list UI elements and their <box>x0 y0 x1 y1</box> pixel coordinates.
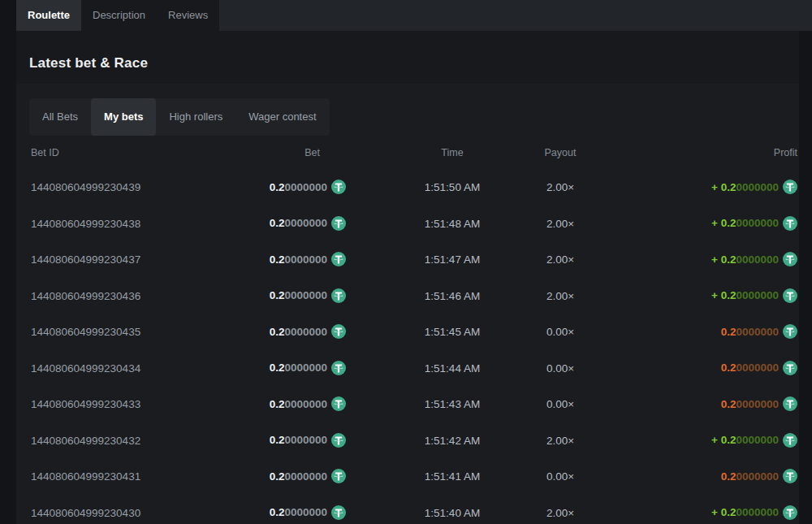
bet-amount-value: 0.20000000 <box>270 217 327 229</box>
bet-profit-zeros: 0000000 <box>736 289 779 301</box>
bet-amount-main: 0.2 <box>270 253 285 266</box>
filter-tab[interactable]: My bets <box>91 98 156 136</box>
filter-tab[interactable]: High rollers <box>156 98 235 136</box>
bet-row[interactable]: 144080604999230439 0.20000000 1:51:50 AM… <box>29 169 797 206</box>
bet-profit-value: + 0.20000000 <box>711 434 779 446</box>
header-profit: Profit <box>611 147 797 158</box>
tether-coin-icon <box>331 433 346 448</box>
bet-amount-zeros: 0000000 <box>284 398 327 410</box>
tether-coin-icon <box>783 361 797 375</box>
bet-id: 144080604999230436 <box>31 289 140 301</box>
bet-profit-zeros: 0000000 <box>736 217 779 229</box>
bet-id: 144080604999230431 <box>31 470 140 483</box>
bet-profit-main: 0.2 <box>721 253 736 266</box>
header-bet-label: Bet <box>304 147 320 158</box>
tether-coin-icon <box>783 396 797 411</box>
bet-payout: 0.00× <box>503 326 617 338</box>
bet-amount-main: 0.2 <box>270 398 285 410</box>
bet-row[interactable]: 144080604999230435 0.20000000 1:51:45 AM… <box>29 314 797 350</box>
bet-amount-main: 0.2 <box>270 470 285 483</box>
game-tab-label: Description <box>93 9 145 21</box>
bet-row[interactable]: 144080604999230437 0.20000000 1:51:47 AM… <box>29 241 797 278</box>
bets-table-header: Bet ID Bet Time Payout Profit <box>29 136 797 169</box>
section-title: Latest bet & Race <box>29 55 799 71</box>
bet-profit-zeros: 0000000 <box>736 506 779 518</box>
bet-row[interactable]: 144080604999230433 0.20000000 1:51:43 AM… <box>29 386 797 422</box>
bets-table-body: 144080604999230439 0.20000000 1:51:50 AM… <box>29 169 797 524</box>
bet-profit-value: 0.20000000 <box>721 326 779 338</box>
bet-profit: 0.20000000 <box>611 324 797 339</box>
tether-coin-icon <box>331 505 346 520</box>
bet-profit-main: 0.2 <box>721 506 736 518</box>
bet-time: 1:51:41 AM <box>395 470 509 483</box>
bet-payout: 2.00× <box>503 181 617 193</box>
bet-row[interactable]: 144080604999230438 0.20000000 1:51:48 AM… <box>29 206 797 242</box>
tether-coin-icon <box>331 469 346 483</box>
bet-amount-zeros: 0000000 <box>284 253 327 266</box>
bet-row[interactable]: 144080604999230430 0.20000000 1:51:40 AM… <box>29 495 797 524</box>
bet-profit-zeros: 0000000 <box>736 362 779 374</box>
bet-amount: 0.20000000 <box>216 469 346 483</box>
game-tab[interactable]: Roulette <box>16 0 81 31</box>
bet-profit: 0.20000000 <box>611 469 797 483</box>
bet-row[interactable]: 144080604999230431 0.20000000 1:51:41 AM… <box>29 458 797 495</box>
tether-coin-icon <box>783 288 797 303</box>
bet-payout: 0.00× <box>503 398 617 410</box>
bet-amount-zeros: 0000000 <box>284 434 327 446</box>
header-payout: Payout <box>503 147 617 158</box>
bet-amount-value: 0.20000000 <box>270 470 327 483</box>
bet-profit-sign: + <box>711 181 721 193</box>
bet-payout: 2.00× <box>503 253 617 266</box>
tether-coin-icon <box>331 252 346 266</box>
game-tab[interactable]: Reviews <box>157 0 219 31</box>
bet-profit-zeros: 0000000 <box>736 253 779 266</box>
tether-coin-icon <box>331 361 346 375</box>
bet-time: 1:51:48 AM <box>395 217 509 229</box>
bet-filter-tabs: All Bets My bets High rollers Wager cont… <box>29 98 330 136</box>
bet-profit-value: + 0.20000000 <box>711 289 779 301</box>
tether-coin-icon <box>331 180 346 194</box>
game-tab[interactable]: Description <box>81 0 157 31</box>
header-profit-label: Profit <box>774 147 797 158</box>
bet-amount-value: 0.20000000 <box>270 506 327 518</box>
bet-profit-main: 0.2 <box>721 326 736 338</box>
bet-amount: 0.20000000 <box>216 396 346 411</box>
bet-profit-zeros: 0000000 <box>736 326 779 338</box>
bet-profit-main: 0.2 <box>721 362 736 374</box>
tether-coin-icon <box>783 180 797 194</box>
tether-coin-icon <box>783 469 797 483</box>
bet-amount-value: 0.20000000 <box>270 181 327 193</box>
bet-amount-zeros: 0000000 <box>284 217 327 229</box>
bet-row[interactable]: 144080604999230436 0.20000000 1:51:46 AM… <box>29 278 797 314</box>
bet-payout: 2.00× <box>503 506 617 518</box>
filter-tab-label: My bets <box>104 110 143 123</box>
bet-amount-value: 0.20000000 <box>270 253 327 266</box>
bet-amount: 0.20000000 <box>216 433 346 448</box>
bet-profit-main: 0.2 <box>721 470 736 483</box>
bet-row[interactable]: 144080604999230434 0.20000000 1:51:44 AM… <box>29 350 797 387</box>
bets-table: Bet ID Bet Time Payout Profit 1440806049… <box>29 136 797 524</box>
bet-id: 144080604999230434 <box>31 362 140 374</box>
bet-profit-zeros: 0000000 <box>736 470 779 483</box>
bet-amount-zeros: 0000000 <box>284 362 327 374</box>
bet-amount-value: 0.20000000 <box>270 289 327 301</box>
filter-tab[interactable]: Wager contest <box>235 98 329 136</box>
bet-time: 1:51:40 AM <box>395 506 509 518</box>
bet-payout: 0.00× <box>503 470 617 483</box>
bet-amount: 0.20000000 <box>216 361 346 375</box>
bet-amount-zeros: 0000000 <box>284 326 327 338</box>
bet-profit-main: 0.2 <box>721 217 736 229</box>
bet-amount-main: 0.2 <box>270 217 285 229</box>
bet-profit-value: + 0.20000000 <box>711 217 779 229</box>
bet-row[interactable]: 144080604999230432 0.20000000 1:51:42 AM… <box>29 422 797 459</box>
bet-amount: 0.20000000 <box>216 252 346 266</box>
bet-profit: + 0.20000000 <box>611 505 797 520</box>
bet-amount-main: 0.2 <box>270 326 285 338</box>
bet-profit-value: 0.20000000 <box>721 362 779 374</box>
bet-id: 144080604999230433 <box>31 398 140 410</box>
game-header-bar: Roulette Description Reviews <box>16 0 812 31</box>
filter-tab[interactable]: All Bets <box>29 98 91 136</box>
bet-profit-value: + 0.20000000 <box>711 253 779 266</box>
bet-time: 1:51:47 AM <box>395 253 509 266</box>
header-bet: Bet <box>216 147 346 158</box>
